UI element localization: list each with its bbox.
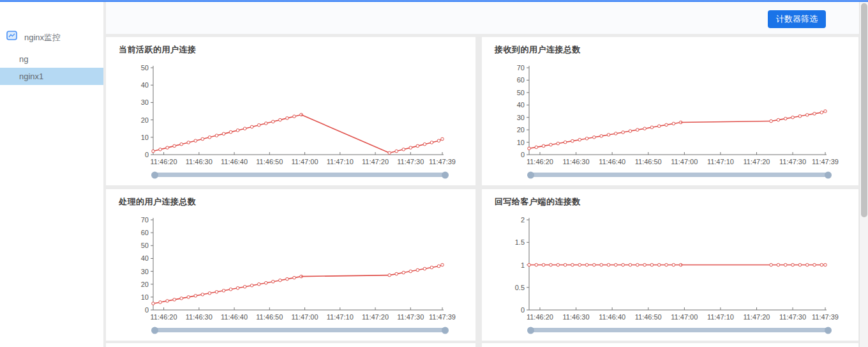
svg-text:50: 50	[141, 64, 149, 72]
svg-text:11:47:20: 11:47:20	[743, 313, 770, 321]
svg-text:11:47:00: 11:47:00	[671, 158, 698, 166]
svg-text:11:46:30: 11:46:30	[186, 158, 213, 166]
panel-accepted-user-connections: 接收到的用户连接总数 01020304050607011:46:2011:46:…	[482, 37, 858, 185]
svg-text:0.5: 0.5	[515, 284, 525, 291]
svg-text:50: 50	[517, 89, 525, 96]
svg-text:11:46:20: 11:46:20	[527, 313, 553, 321]
svg-text:20: 20	[141, 116, 149, 124]
svg-text:60: 60	[517, 76, 525, 84]
svg-text:60: 60	[141, 229, 149, 236]
svg-text:30: 30	[141, 98, 149, 106]
counter-filter-button[interactable]: 计数器筛选	[768, 10, 826, 28]
svg-text:11:47:30: 11:47:30	[397, 313, 424, 321]
svg-text:11:47:39: 11:47:39	[812, 158, 839, 166]
svg-text:11:46:50: 11:46:50	[635, 313, 662, 321]
svg-text:11:46:30: 11:46:30	[563, 313, 590, 321]
svg-text:1.5: 1.5	[515, 238, 525, 246]
svg-text:11:47:00: 11:47:00	[292, 313, 318, 321]
svg-text:11:47:39: 11:47:39	[812, 313, 839, 321]
svg-text:70: 70	[141, 216, 149, 224]
line-chart-written-connections: 00.511.5211:46:2011:46:3011:46:4011:46:5…	[482, 189, 858, 341]
svg-text:11:47:10: 11:47:10	[707, 313, 734, 321]
svg-text:11:47:10: 11:47:10	[707, 158, 734, 166]
svg-text:0: 0	[521, 151, 525, 158]
panel-next-row-right	[482, 343, 858, 347]
svg-text:40: 40	[141, 254, 149, 262]
svg-text:11:47:00: 11:47:00	[292, 158, 318, 166]
svg-text:11:47:20: 11:47:20	[362, 313, 389, 321]
datazoom-slider[interactable]	[529, 173, 830, 177]
datazoom-slider[interactable]	[153, 328, 447, 332]
svg-text:0: 0	[521, 306, 525, 314]
line-chart-accepted-connections: 01020304050607011:46:2011:46:3011:46:401…	[482, 37, 858, 185]
svg-text:20: 20	[517, 126, 525, 134]
svg-text:11:47:10: 11:47:10	[327, 158, 354, 166]
svg-text:0: 0	[145, 151, 149, 158]
svg-text:11:46:20: 11:46:20	[151, 313, 177, 321]
svg-text:0: 0	[145, 306, 149, 314]
svg-text:10: 10	[517, 139, 525, 146]
svg-text:11:46:50: 11:46:50	[256, 158, 283, 166]
sidebar-group-nginx-monitor[interactable]: nginx监控	[0, 30, 103, 44]
svg-text:70: 70	[517, 64, 525, 72]
svg-text:10: 10	[141, 293, 149, 301]
sidebar-item-ng[interactable]: ng	[0, 50, 103, 68]
svg-text:11:47:00: 11:47:00	[671, 313, 698, 321]
svg-text:40: 40	[517, 101, 525, 109]
svg-text:50: 50	[141, 242, 149, 249]
svg-text:11:47:10: 11:47:10	[327, 313, 354, 321]
header-toolbar: 计数器筛选	[106, 2, 859, 34]
svg-text:11:46:50: 11:46:50	[256, 313, 283, 321]
svg-text:11:46:40: 11:46:40	[221, 158, 248, 166]
svg-text:11:46:20: 11:46:20	[527, 158, 553, 166]
sidebar-item-nginx1[interactable]: nginx1	[0, 68, 103, 85]
main-content: 计数器筛选 当前活跃的用户连接 0102030405011:46:2011:46…	[103, 2, 868, 347]
panel-written-back-connections: 回写给客户端的连接数 00.511.5211:46:2011:46:3011:4…	[482, 189, 858, 341]
svg-text:11:47:20: 11:47:20	[362, 158, 389, 166]
svg-text:30: 30	[517, 114, 525, 121]
svg-text:40: 40	[141, 81, 149, 89]
svg-text:11:47:20: 11:47:20	[743, 158, 770, 166]
svg-text:20: 20	[141, 281, 149, 288]
scrollbar-thumb[interactable]	[861, 3, 867, 217]
svg-text:10: 10	[141, 134, 149, 141]
svg-text:1: 1	[521, 261, 525, 269]
svg-text:11:46:40: 11:46:40	[221, 313, 248, 321]
vertical-scrollbar[interactable]	[859, 2, 868, 347]
line-chart-icon	[6, 31, 17, 41]
sidebar-group-label: nginx监控	[24, 32, 61, 43]
sidebar: nginx监控 ng nginx1	[0, 2, 103, 347]
svg-text:11:46:50: 11:46:50	[635, 158, 662, 166]
svg-text:11:46:20: 11:46:20	[151, 158, 177, 166]
svg-text:30: 30	[141, 268, 149, 275]
svg-text:11:47:39: 11:47:39	[429, 313, 456, 321]
top-accent-bar	[0, 0, 868, 2]
datazoom-slider[interactable]	[529, 328, 830, 332]
svg-text:11:46:40: 11:46:40	[599, 158, 625, 166]
svg-text:11:46:30: 11:46:30	[186, 313, 213, 321]
line-chart-handled-connections: 01020304050607011:46:2011:46:3011:46:401…	[106, 189, 475, 341]
panel-next-row-left	[106, 343, 475, 347]
panel-active-user-connections: 当前活跃的用户连接 0102030405011:46:2011:46:3011:…	[106, 37, 475, 185]
svg-text:11:47:30: 11:47:30	[397, 158, 424, 166]
panel-handled-user-connections: 处理的用户连接总数 01020304050607011:46:2011:46:3…	[106, 189, 475, 341]
svg-text:11:46:30: 11:46:30	[563, 158, 590, 166]
svg-text:11:47:30: 11:47:30	[779, 158, 806, 166]
datazoom-slider[interactable]	[153, 173, 447, 177]
svg-text:11:47:39: 11:47:39	[429, 158, 456, 166]
svg-text:2: 2	[521, 216, 525, 224]
line-chart-active-connections: 0102030405011:46:2011:46:3011:46:4011:46…	[106, 37, 475, 185]
svg-text:11:47:30: 11:47:30	[779, 313, 806, 321]
svg-text:11:46:40: 11:46:40	[599, 313, 625, 321]
